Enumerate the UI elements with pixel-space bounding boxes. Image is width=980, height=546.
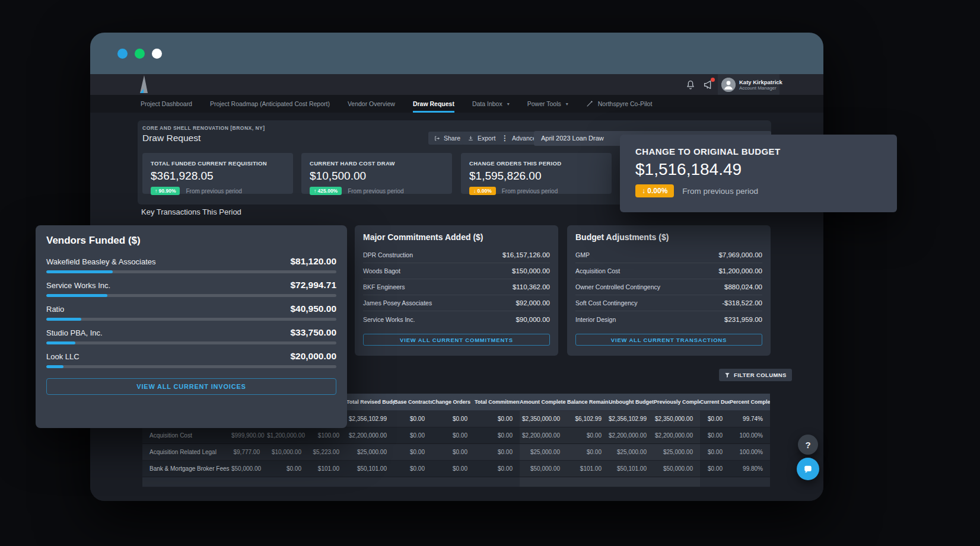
column-header[interactable]: Total Revised Budget: [346, 394, 394, 410]
list-item: DPR Construction $16,157,126.00: [363, 247, 550, 263]
kpi-card-change-orders: CHANGE ORDERS THIS PERIOD $1,595,826.00 …: [461, 153, 612, 194]
app-navbar: Katy Kirkpatrick Account Manager: [90, 74, 823, 95]
progress-track: [46, 365, 336, 368]
user-menu[interactable]: Katy Kirkpatrick Account Manager: [718, 74, 779, 95]
progress-fill: [46, 294, 107, 297]
progress-fill: [46, 318, 81, 321]
delta-badge: ↓ 0.00%: [635, 184, 674, 197]
vendor-name: Studio PBA, Inc.: [46, 328, 103, 337]
progress-fill: [46, 270, 113, 273]
column-header[interactable]: Balance Remaining: [567, 394, 609, 410]
progress-track: [46, 318, 336, 321]
filter-columns-button[interactable]: FILTER COLUMNS: [719, 369, 792, 381]
traffic-dot-blue[interactable]: [117, 49, 128, 59]
delta-badge: ↓ 0.00%: [469, 187, 496, 195]
column-header[interactable]: Current Due: [700, 394, 730, 410]
user-name: Katy Kirkpatrick: [739, 79, 782, 85]
chevron-down-icon: ▾: [507, 101, 510, 107]
tab-project-roadmap[interactable]: Project Roadmap (Anticipated Cost Report…: [210, 95, 330, 113]
export-button[interactable]: Export: [462, 132, 501, 145]
column-header[interactable]: Unbought Budget: [609, 394, 654, 410]
breadcrumb-project-label: CORE AND SHELL RENOVATION [BRONX, NY]: [142, 125, 265, 131]
kpi-period-text: From previous period: [186, 188, 241, 194]
column-header[interactable]: Change Orders: [432, 394, 475, 410]
megaphone-icon[interactable]: [702, 79, 714, 91]
funnel-icon: [724, 372, 730, 378]
panel-title: Vendors Funded ($): [46, 235, 336, 247]
list-item: BKF Engineers $110,362.00: [363, 279, 550, 295]
column-header[interactable]: Amount Complete: [520, 394, 567, 410]
chat-icon: [803, 464, 813, 474]
vendor-amount: $81,120.00: [290, 256, 336, 267]
vendor-row: Studio PBA, Inc. $33,750.00: [46, 327, 336, 344]
bell-icon[interactable]: [685, 79, 696, 91]
avatar: [721, 78, 736, 92]
chat-button[interactable]: [797, 458, 819, 480]
list-item: Acquisition Cost $1,200,000.00: [575, 263, 762, 279]
kpi-label: CHANGE ORDERS THIS PERIOD: [469, 160, 603, 167]
traffic-dot-white[interactable]: [152, 49, 162, 59]
traffic-dot-green[interactable]: [135, 49, 145, 59]
wand-icon: [586, 100, 593, 107]
table-row[interactable]: Bank & Mortgage Broker Fees $50,000.00 $…: [142, 461, 770, 477]
tab-bar: Project Dashboard Project Roadmap (Antic…: [90, 95, 823, 113]
tab-project-dashboard[interactable]: Project Dashboard: [141, 95, 192, 113]
vendor-row: Service Works Inc. $72,994.71: [46, 280, 336, 297]
vendors-funded-panel: Vendors Funded ($) Wakefield Beasley & A…: [36, 225, 347, 428]
progress-track: [46, 270, 336, 273]
download-icon: [467, 135, 474, 142]
share-button[interactable]: Share: [428, 132, 466, 145]
vendor-amount: $20,000.00: [290, 351, 336, 362]
kpi-label: TOTAL FUNDED CURRENT REQUISITION: [151, 160, 285, 167]
view-all-transactions-button[interactable]: VIEW ALL CURRENT TRANSACTIONS: [575, 334, 762, 346]
screenshot-stage: Katy Kirkpatrick Account Manager Project…: [0, 0, 980, 546]
kpi-value: $10,500.00: [310, 170, 444, 183]
vendor-row: Wakefield Beasley & Associates $81,120.0…: [46, 256, 336, 273]
vendor-name: Look LLC: [46, 352, 79, 361]
page-title: Draw Request: [142, 133, 201, 143]
tab-draw-request[interactable]: Draw Request: [413, 95, 454, 113]
help-button[interactable]: ?: [798, 435, 818, 455]
tab-power-tools[interactable]: Power Tools▾: [527, 95, 568, 113]
major-commitments-panel: Major Commitments Added ($) DPR Construc…: [355, 225, 558, 356]
vendor-amount: $33,750.00: [290, 327, 336, 338]
tab-vendor-overview[interactable]: Vendor Overview: [348, 95, 395, 113]
kpi-value: $361,928.05: [151, 170, 285, 183]
tab-data-inbox[interactable]: Data Inbox▾: [472, 95, 510, 113]
list-item: James Posey Associates $92,000.00: [363, 295, 550, 311]
table-row[interactable]: [142, 477, 770, 487]
table-row[interactable]: Acquisition Related Legal $9,777.00 $10,…: [142, 444, 770, 461]
column-header[interactable]: Base Contracts: [394, 394, 432, 410]
user-role: Account Manager: [739, 85, 782, 91]
vendor-row: Look LLC $20,000.00: [46, 351, 336, 368]
delta-badge: ↑ 90.90%: [151, 187, 180, 195]
notification-dot: [711, 78, 715, 82]
vendor-name: Ratio: [46, 305, 64, 314]
column-header[interactable]: Total Commitments: [475, 394, 520, 410]
kpi-value: $1,516,184.49: [635, 160, 882, 179]
view-all-commitments-button[interactable]: VIEW ALL CURRENT COMMITMENTS: [363, 334, 550, 346]
kebab-icon: ⋮: [501, 134, 508, 142]
northspyre-logo-icon: [137, 75, 149, 96]
delta-badge: ↑ 425.00%: [310, 187, 342, 195]
kpi-card-hard-cost-draw: CURRENT HARD COST DRAW $10,500.00 ↑ 425.…: [301, 153, 452, 194]
table-row[interactable]: Acquisition Cost $999,900.00 $1,200,000.…: [142, 427, 770, 444]
kpi-period-text: From previous period: [682, 187, 758, 196]
kpi-label: CHANGE TO ORIGINAL BUDGET: [635, 146, 882, 157]
vendor-amount: $72,994.71: [290, 280, 336, 290]
progress-fill: [46, 341, 75, 344]
panel-title: Major Commitments Added ($): [363, 232, 550, 242]
list-item: Woods Bagot $150,000.00: [363, 263, 550, 279]
progress-track: [46, 294, 336, 297]
view-all-invoices-button[interactable]: VIEW ALL CURRENT INVOICES: [46, 378, 336, 395]
kpi-period-text: From previous period: [348, 188, 403, 194]
list-item: Soft Cost Contingency -$318,522.00: [575, 295, 762, 311]
share-icon: [434, 135, 440, 142]
chevron-down-icon: ▾: [566, 101, 568, 107]
kpi-label: CURRENT HARD COST DRAW: [310, 160, 444, 167]
vendor-row: Ratio $40,950.00: [46, 304, 336, 321]
column-header[interactable]: Percent Complete: [730, 394, 770, 410]
column-header[interactable]: Previously Complete: [654, 394, 700, 410]
list-item: Service Works Inc. $90,000.00: [363, 311, 550, 327]
tab-northspyre-co-pilot[interactable]: Northspyre Co-Pilot: [586, 95, 653, 113]
